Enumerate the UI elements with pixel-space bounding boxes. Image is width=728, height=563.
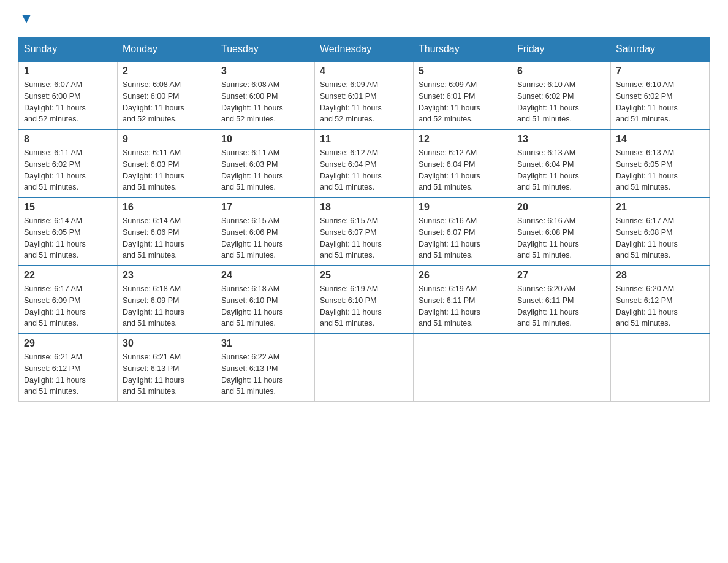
calendar-week-row: 1 Sunrise: 6:07 AMSunset: 6:00 PMDayligh…: [19, 61, 710, 129]
header-sunday: Sunday: [19, 37, 118, 62]
calendar-cell: 10 Sunrise: 6:11 AMSunset: 6:03 PMDaylig…: [216, 129, 315, 197]
calendar-cell: [611, 334, 710, 402]
day-number: 8: [24, 134, 112, 145]
day-info: Sunrise: 6:10 AMSunset: 6:02 PMDaylight:…: [517, 79, 605, 125]
day-info: Sunrise: 6:10 AMSunset: 6:02 PMDaylight:…: [616, 79, 704, 125]
calendar-cell: 11 Sunrise: 6:12 AMSunset: 6:04 PMDaylig…: [315, 129, 414, 197]
logo-triangle-icon: [20, 12, 33, 26]
day-number: 24: [221, 270, 309, 281]
day-info: Sunrise: 6:15 AMSunset: 6:07 PMDaylight:…: [320, 215, 408, 261]
calendar-cell: 15 Sunrise: 6:14 AMSunset: 6:05 PMDaylig…: [19, 197, 118, 266]
day-info: Sunrise: 6:07 AMSunset: 6:00 PMDaylight:…: [24, 79, 112, 125]
calendar-cell: 7 Sunrise: 6:10 AMSunset: 6:02 PMDayligh…: [611, 61, 710, 129]
day-info: Sunrise: 6:19 AMSunset: 6:11 PMDaylight:…: [419, 283, 507, 329]
day-number: 27: [517, 270, 605, 281]
day-number: 14: [616, 134, 704, 145]
calendar-week-row: 29 Sunrise: 6:21 AMSunset: 6:12 PMDaylig…: [19, 334, 710, 402]
day-info: Sunrise: 6:19 AMSunset: 6:10 PMDaylight:…: [320, 283, 408, 329]
day-info: Sunrise: 6:17 AMSunset: 6:08 PMDaylight:…: [616, 215, 704, 261]
calendar-cell: 6 Sunrise: 6:10 AMSunset: 6:02 PMDayligh…: [512, 61, 611, 129]
day-number: 25: [320, 270, 408, 281]
calendar-cell: 21 Sunrise: 6:17 AMSunset: 6:08 PMDaylig…: [611, 197, 710, 266]
day-info: Sunrise: 6:11 AMSunset: 6:02 PMDaylight:…: [24, 147, 112, 193]
day-info: Sunrise: 6:18 AMSunset: 6:10 PMDaylight:…: [221, 283, 309, 329]
day-number: 6: [517, 66, 605, 77]
day-number: 15: [24, 202, 112, 213]
day-info: Sunrise: 6:14 AMSunset: 6:06 PMDaylight:…: [123, 215, 211, 261]
day-info: Sunrise: 6:20 AMSunset: 6:12 PMDaylight:…: [616, 283, 704, 329]
day-info: Sunrise: 6:12 AMSunset: 6:04 PMDaylight:…: [320, 147, 408, 193]
calendar-cell: 28 Sunrise: 6:20 AMSunset: 6:12 PMDaylig…: [611, 266, 710, 334]
calendar-cell: [315, 334, 414, 402]
day-info: Sunrise: 6:09 AMSunset: 6:01 PMDaylight:…: [419, 79, 507, 125]
day-info: Sunrise: 6:21 AMSunset: 6:13 PMDaylight:…: [123, 351, 211, 397]
calendar-cell: 19 Sunrise: 6:16 AMSunset: 6:07 PMDaylig…: [414, 197, 512, 266]
day-info: Sunrise: 6:13 AMSunset: 6:04 PMDaylight:…: [517, 147, 605, 193]
day-number: 3: [221, 66, 309, 77]
day-info: Sunrise: 6:15 AMSunset: 6:06 PMDaylight:…: [221, 215, 309, 261]
calendar-cell: 1 Sunrise: 6:07 AMSunset: 6:00 PMDayligh…: [19, 61, 118, 129]
day-number: 31: [221, 338, 309, 349]
calendar-header-row: SundayMondayTuesdayWednesdayThursdayFrid…: [19, 37, 710, 62]
day-info: Sunrise: 6:21 AMSunset: 6:12 PMDaylight:…: [24, 351, 112, 397]
day-info: Sunrise: 6:12 AMSunset: 6:04 PMDaylight:…: [419, 147, 507, 193]
day-number: 23: [123, 270, 211, 281]
calendar-cell: 25 Sunrise: 6:19 AMSunset: 6:10 PMDaylig…: [315, 266, 414, 334]
header-tuesday: Tuesday: [216, 37, 315, 62]
day-number: 17: [221, 202, 309, 213]
day-number: 22: [24, 270, 112, 281]
day-info: Sunrise: 6:11 AMSunset: 6:03 PMDaylight:…: [123, 147, 211, 193]
calendar-table: SundayMondayTuesdayWednesdayThursdayFrid…: [18, 37, 710, 402]
day-number: 21: [616, 202, 704, 213]
day-number: 18: [320, 202, 408, 213]
day-number: 30: [123, 338, 211, 349]
calendar-cell: 5 Sunrise: 6:09 AMSunset: 6:01 PMDayligh…: [414, 61, 512, 129]
calendar-week-row: 22 Sunrise: 6:17 AMSunset: 6:09 PMDaylig…: [19, 266, 710, 334]
day-number: 1: [24, 66, 112, 77]
calendar-week-row: 8 Sunrise: 6:11 AMSunset: 6:02 PMDayligh…: [19, 129, 710, 197]
logo: [18, 12, 33, 27]
calendar-cell: 20 Sunrise: 6:16 AMSunset: 6:08 PMDaylig…: [512, 197, 611, 266]
calendar-cell: 23 Sunrise: 6:18 AMSunset: 6:09 PMDaylig…: [118, 266, 216, 334]
day-number: 7: [616, 66, 704, 77]
day-number: 11: [320, 134, 408, 145]
day-info: Sunrise: 6:08 AMSunset: 6:00 PMDaylight:…: [221, 79, 309, 125]
calendar-cell: 3 Sunrise: 6:08 AMSunset: 6:00 PMDayligh…: [216, 61, 315, 129]
day-number: 16: [123, 202, 211, 213]
day-info: Sunrise: 6:16 AMSunset: 6:07 PMDaylight:…: [419, 215, 507, 261]
day-info: Sunrise: 6:09 AMSunset: 6:01 PMDaylight:…: [320, 79, 408, 125]
header-monday: Monday: [118, 37, 216, 62]
day-number: 10: [221, 134, 309, 145]
calendar-cell: 4 Sunrise: 6:09 AMSunset: 6:01 PMDayligh…: [315, 61, 414, 129]
header-thursday: Thursday: [414, 37, 512, 62]
day-number: 2: [123, 66, 211, 77]
calendar-cell: 29 Sunrise: 6:21 AMSunset: 6:12 PMDaylig…: [19, 334, 118, 402]
calendar-cell: 22 Sunrise: 6:17 AMSunset: 6:09 PMDaylig…: [19, 266, 118, 334]
calendar-cell: 26 Sunrise: 6:19 AMSunset: 6:11 PMDaylig…: [414, 266, 512, 334]
day-info: Sunrise: 6:13 AMSunset: 6:05 PMDaylight:…: [616, 147, 704, 193]
calendar-cell: 18 Sunrise: 6:15 AMSunset: 6:07 PMDaylig…: [315, 197, 414, 266]
calendar-cell: [414, 334, 512, 402]
day-info: Sunrise: 6:16 AMSunset: 6:08 PMDaylight:…: [517, 215, 605, 261]
header-friday: Friday: [512, 37, 611, 62]
calendar-cell: 14 Sunrise: 6:13 AMSunset: 6:05 PMDaylig…: [611, 129, 710, 197]
calendar-cell: 31 Sunrise: 6:22 AMSunset: 6:13 PMDaylig…: [216, 334, 315, 402]
calendar-cell: 9 Sunrise: 6:11 AMSunset: 6:03 PMDayligh…: [118, 129, 216, 197]
day-number: 28: [616, 270, 704, 281]
day-number: 20: [517, 202, 605, 213]
day-info: Sunrise: 6:18 AMSunset: 6:09 PMDaylight:…: [123, 283, 211, 329]
calendar-cell: 8 Sunrise: 6:11 AMSunset: 6:02 PMDayligh…: [19, 129, 118, 197]
day-info: Sunrise: 6:11 AMSunset: 6:03 PMDaylight:…: [221, 147, 309, 193]
calendar-cell: 12 Sunrise: 6:12 AMSunset: 6:04 PMDaylig…: [414, 129, 512, 197]
day-info: Sunrise: 6:08 AMSunset: 6:00 PMDaylight:…: [123, 79, 211, 125]
calendar-cell: 27 Sunrise: 6:20 AMSunset: 6:11 PMDaylig…: [512, 266, 611, 334]
day-number: 4: [320, 66, 408, 77]
calendar-cell: [512, 334, 611, 402]
day-number: 12: [419, 134, 507, 145]
svg-marker-0: [22, 15, 31, 23]
day-number: 5: [419, 66, 507, 77]
day-number: 19: [419, 202, 507, 213]
day-info: Sunrise: 6:17 AMSunset: 6:09 PMDaylight:…: [24, 283, 112, 329]
day-info: Sunrise: 6:14 AMSunset: 6:05 PMDaylight:…: [24, 215, 112, 261]
calendar-week-row: 15 Sunrise: 6:14 AMSunset: 6:05 PMDaylig…: [19, 197, 710, 266]
